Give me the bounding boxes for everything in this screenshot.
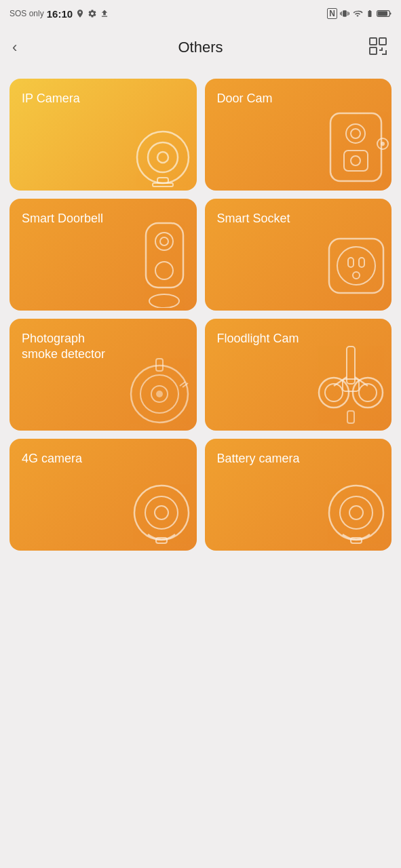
- status-right: N: [327, 8, 392, 19]
- ip-camera-icon: [115, 113, 197, 191]
- 4g-camera-icon: [115, 467, 197, 551]
- door-cam-card[interactable]: Door Cam: [205, 79, 392, 191]
- floodlight-icon: [310, 340, 392, 431]
- svg-point-47: [329, 486, 383, 540]
- svg-point-48: [340, 496, 373, 529]
- wifi-icon: [352, 9, 363, 18]
- nfc-icon: N: [327, 8, 337, 19]
- svg-rect-39: [343, 379, 359, 391]
- battery-camera-label: Battery camera: [217, 451, 300, 467]
- upload-icon: [100, 9, 109, 18]
- svg-point-19: [160, 237, 168, 245]
- smart-socket-label: Smart Socket: [217, 211, 290, 226]
- svg-rect-4: [370, 47, 377, 54]
- svg-point-35: [319, 378, 349, 408]
- smoke-detector-card[interactable]: Photograph smoke detector: [9, 319, 197, 431]
- svg-point-14: [351, 156, 360, 165]
- device-grid: IP Camera Door Cam: [0, 68, 401, 561]
- smart-doorbell-card[interactable]: Smart Doorbell: [9, 199, 197, 311]
- smart-doorbell-icon: [129, 220, 197, 311]
- svg-point-16: [381, 142, 385, 146]
- status-bar: SOS only 16:10 N: [0, 0, 401, 27]
- svg-point-12: [351, 129, 360, 138]
- ip-camera-label: IP Camera: [22, 91, 80, 106]
- sos-text: SOS only: [9, 9, 44, 18]
- vibrate-icon: [340, 9, 349, 18]
- svg-point-7: [157, 152, 168, 163]
- door-cam-label: Door Cam: [217, 91, 273, 106]
- page-title: Others: [178, 39, 223, 56]
- smoke-detector-label: Photograph smoke detector: [22, 331, 105, 361]
- battery-camera-icon: [310, 467, 392, 551]
- svg-rect-34: [347, 347, 355, 384]
- back-button[interactable]: ‹: [12, 39, 17, 56]
- svg-point-38: [359, 384, 377, 401]
- svg-point-44: [145, 496, 178, 529]
- svg-point-11: [346, 124, 365, 143]
- svg-rect-24: [348, 258, 354, 267]
- 4g-camera-card[interactable]: 4G camera: [9, 439, 197, 551]
- smart-socket-icon: [317, 226, 392, 311]
- header: ‹ Others: [0, 27, 401, 68]
- smart-socket-card[interactable]: Smart Socket: [205, 199, 392, 311]
- ip-camera-card[interactable]: IP Camera: [9, 79, 197, 191]
- svg-point-36: [325, 384, 343, 401]
- svg-rect-42: [347, 411, 354, 423]
- svg-rect-9: [153, 183, 173, 186]
- svg-rect-25: [359, 258, 364, 267]
- svg-point-30: [156, 391, 163, 397]
- battery-full-icon: [377, 9, 392, 18]
- svg-point-26: [353, 272, 360, 279]
- 4g-camera-label: 4G camera: [22, 451, 82, 467]
- svg-rect-2: [370, 38, 377, 45]
- battery-camera-card[interactable]: Battery camera: [205, 439, 392, 551]
- svg-point-37: [353, 378, 383, 408]
- svg-point-5: [137, 132, 189, 183]
- settings-icon: [88, 9, 97, 18]
- svg-rect-1: [378, 12, 387, 16]
- floodlight-cam-label: Floodlight Cam: [217, 331, 299, 347]
- door-cam-icon: [317, 106, 392, 191]
- svg-point-43: [134, 486, 189, 540]
- status-left: SOS only 16:10: [9, 8, 109, 20]
- svg-rect-3: [379, 38, 386, 45]
- time-text: 16:10: [47, 8, 73, 20]
- location-icon: [75, 9, 85, 18]
- svg-point-45: [155, 506, 168, 519]
- smart-doorbell-label: Smart Doorbell: [22, 211, 103, 226]
- smoke-detector-icon: [115, 340, 197, 431]
- scan-icon: [367, 35, 389, 57]
- svg-point-18: [155, 233, 173, 250]
- battery-low-icon: [366, 9, 374, 18]
- svg-point-21: [149, 294, 179, 308]
- svg-point-49: [349, 506, 363, 519]
- scan-button[interactable]: [367, 35, 389, 60]
- svg-point-20: [155, 262, 173, 279]
- floodlight-cam-card[interactable]: Floodlight Cam: [205, 319, 392, 431]
- svg-point-6: [148, 142, 178, 172]
- svg-rect-13: [344, 151, 368, 171]
